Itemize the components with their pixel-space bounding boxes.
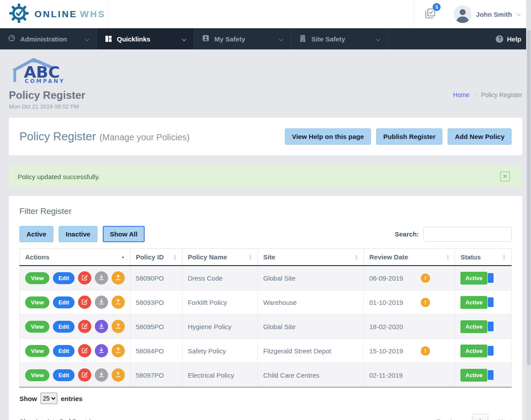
brand-name: ONLINEWHS — [34, 9, 105, 19]
register-header-panel: Policy Register (Manage your Policies) V… — [9, 118, 522, 155]
view-button[interactable]: View — [25, 321, 49, 333]
review-date-cell: 18-02-2020 — [369, 323, 403, 330]
upload-button[interactable] — [112, 271, 125, 285]
column-header-policy-name[interactable]: Policy Name▲▼ — [182, 249, 258, 266]
add-new-policy-button[interactable]: Add New Policy — [448, 128, 512, 145]
upload-button[interactable] — [112, 344, 125, 357]
gauge-icon — [8, 34, 15, 43]
nav-item-quicklinks[interactable]: Quicklinks — [97, 28, 194, 49]
status-badge[interactable]: Active — [460, 369, 506, 382]
table-row: ViewEdit58090PODress CodeGlobal Site06-0… — [20, 266, 512, 290]
site-cell: Warehouse — [258, 290, 364, 315]
edit-note-button[interactable] — [78, 296, 91, 309]
upload-icon — [115, 347, 121, 355]
upload-button[interactable] — [112, 368, 125, 382]
main-nav: Administration Quicklinks My Safety — [0, 28, 531, 49]
download-button[interactable] — [95, 368, 108, 382]
status-badge[interactable]: Active — [460, 272, 506, 285]
download-button[interactable] — [95, 271, 108, 285]
edit-button[interactable]: Edit — [53, 272, 75, 284]
previous-page-button[interactable]: Previous — [437, 418, 462, 420]
edit-button[interactable]: Edit — [53, 369, 75, 381]
question-circle-icon: ? — [496, 35, 503, 43]
scrollbar-track[interactable] — [526, 0, 531, 420]
download-icon — [98, 323, 105, 330]
publish-register-button[interactable]: Publish Register — [376, 128, 442, 145]
page-size-select[interactable]: 25 — [41, 393, 57, 404]
status-badge[interactable]: Active — [460, 345, 506, 357]
breadcrumb-current: Policy Register — [481, 91, 522, 98]
chevron-down-icon — [376, 37, 381, 41]
download-button[interactable] — [95, 344, 108, 357]
nav-item-site-safety[interactable]: Site Safety — [291, 28, 388, 49]
download-icon — [98, 299, 105, 306]
close-icon[interactable]: ✕ — [500, 172, 510, 181]
edit-button[interactable]: Edit — [53, 321, 75, 333]
table-row: ViewEdit58093POForklift PolicyWarehouse0… — [20, 290, 512, 315]
columns-icon — [105, 35, 112, 42]
edit-note-button[interactable] — [78, 368, 91, 382]
nav-item-my-safety[interactable]: My Safety — [194, 28, 291, 49]
review-date-cell: 15-10-2019 — [369, 347, 403, 355]
brand-logo[interactable]: ONLINEWHS — [0, 0, 108, 28]
exclamation-circle-icon: ! — [421, 346, 430, 356]
panel-subtitle: (Manage your Policies) — [99, 132, 190, 142]
edit-note-button[interactable] — [78, 344, 91, 357]
edit-note-button[interactable] — [78, 320, 91, 333]
search-input[interactable] — [423, 227, 512, 242]
nav-label: My Safety — [214, 35, 245, 43]
policy-id-cell: 58084PO — [130, 339, 182, 363]
search-label: Search: — [395, 230, 419, 238]
filter-inactive-button[interactable]: Inactive — [59, 226, 97, 242]
edit-button[interactable]: Edit — [53, 345, 75, 357]
column-header-site[interactable]: Site▲▼ — [258, 249, 364, 266]
caret-updown-icon: ▲▼ — [249, 254, 252, 260]
site-cell: Fitzgerald Street Depot — [258, 339, 364, 363]
gear-check-icon — [9, 3, 29, 25]
table-row: ViewEdit58097POElectrical PolicyChild Ca… — [20, 363, 512, 387]
column-header-actions[interactable]: Actions▲ — [20, 249, 131, 266]
edit-button[interactable]: Edit — [53, 296, 75, 308]
review-date-cell: 06-09-2019 — [369, 274, 403, 282]
upload-button[interactable] — [112, 320, 125, 333]
edit-note-icon — [82, 371, 88, 379]
nav-item-administration[interactable]: Administration — [0, 28, 97, 49]
download-button[interactable] — [95, 320, 108, 333]
chevron-right-icon — [473, 93, 477, 96]
column-header-status[interactable]: Status▲▼ — [455, 249, 512, 266]
entries-summary: Showing 1 to 5 of 5 entries — [19, 418, 98, 420]
view-button[interactable]: View — [25, 272, 49, 284]
caret-updown-icon: ▲▼ — [355, 254, 358, 260]
view-button[interactable]: View — [25, 369, 49, 381]
filter-active-button[interactable]: Active — [19, 226, 53, 242]
chevron-down-icon — [85, 37, 90, 41]
policy-id-cell: 58093PO — [130, 290, 182, 315]
scrollbar-thumb[interactable] — [527, 30, 531, 365]
next-page-button[interactable]: Next — [498, 418, 512, 420]
status-badge[interactable]: Active — [460, 320, 506, 333]
upload-icon — [115, 274, 121, 282]
download-button[interactable] — [95, 296, 108, 309]
filter-show-all-button[interactable]: Show All — [103, 226, 145, 242]
caret-updown-icon: ▲▼ — [173, 254, 177, 260]
edit-note-button[interactable] — [78, 271, 91, 285]
column-header-review-date[interactable]: Review Date▲▼ — [364, 249, 455, 266]
notifications-button[interactable]: 5 — [424, 8, 436, 21]
edit-note-icon — [82, 299, 88, 306]
tasks-check-icon — [424, 13, 436, 21]
upload-button[interactable] — [112, 296, 125, 309]
user-menu[interactable]: John Smith — [447, 0, 531, 28]
column-header-policy-id[interactable]: Policy ID▲▼ — [130, 249, 182, 266]
view-button[interactable]: View — [25, 296, 49, 308]
upload-icon — [115, 323, 121, 330]
breadcrumb-home-link[interactable]: Home — [453, 91, 469, 98]
status-badge[interactable]: Active — [460, 296, 506, 309]
avatar-icon — [454, 5, 471, 23]
page-number-button[interactable]: 1 — [472, 414, 488, 420]
nav-item-help[interactable]: ? Help — [486, 28, 531, 49]
table-row: ViewEdit58095POHygiene PolicyGlobal Site… — [20, 315, 512, 339]
view-help-button[interactable]: View Help on this page — [285, 128, 371, 145]
chevron-down-icon — [279, 37, 284, 41]
view-button[interactable]: View — [25, 345, 49, 357]
success-alert: Policy updated successfully. ✕ — [9, 165, 522, 188]
